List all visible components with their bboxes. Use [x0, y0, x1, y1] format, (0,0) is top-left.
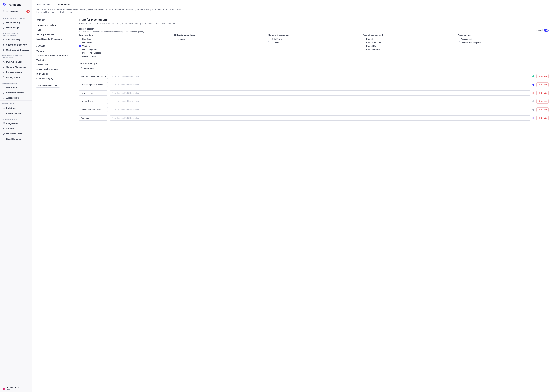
- visibility-checkbox-row[interactable]: Processing Purposes: [79, 51, 170, 55]
- org-info: Rideshare Co. Ben: [7, 386, 26, 391]
- trash-icon: [538, 84, 540, 86]
- sidebar-item-prompt-manager[interactable]: Prompt Manager: [0, 111, 32, 116]
- visibility-checkbox-label: Data Flows: [272, 38, 282, 40]
- integrations-icon: [2, 122, 5, 125]
- value-description-input[interactable]: [110, 91, 530, 96]
- value-description-input[interactable]: [110, 107, 530, 112]
- page-desc: These are the possible methods for trans…: [79, 22, 549, 25]
- custom-field-nav-item[interactable]: Privacy Policy Version: [36, 67, 73, 72]
- checkbox-icon: [458, 41, 460, 43]
- custom-field-value-row: Delete: [79, 107, 549, 112]
- sidebar-section-heading: DATA ASSET INTELLIGENCE: [0, 15, 32, 20]
- visibility-checkbox-row[interactable]: Vendors: [79, 44, 170, 48]
- value-description-input[interactable]: [110, 82, 530, 87]
- delete-value-button[interactable]: Delete: [537, 116, 549, 120]
- custom-field-nav-item[interactable]: Transfer Risk Assessment Status: [36, 53, 73, 58]
- visibility-checkbox-row[interactable]: Data Silos: [79, 37, 170, 41]
- checkbox-icon: [174, 38, 176, 40]
- svg-point-1: [3, 4, 5, 6]
- custom-field-nav-item[interactable]: Legal Basis for Processing: [36, 37, 73, 41]
- svg-point-19: [3, 128, 4, 129]
- custom-field-nav-item[interactable]: Transfer Mechanism: [36, 23, 73, 28]
- visibility-checkbox-row[interactable]: Prompt Run: [363, 44, 454, 48]
- sidebar-item-action-items[interactable]: Action Items 29: [0, 9, 32, 14]
- sidebar-item-assessments[interactable]: Assessments: [0, 95, 32, 100]
- svg-point-4: [4, 27, 4, 28]
- custom-field-nav-item[interactable]: TIA Status: [36, 58, 73, 63]
- custom-field-nav-item[interactable]: Custom Category: [36, 76, 73, 81]
- visibility-checkbox-label: Prompt Templates: [366, 41, 383, 44]
- sidebar-item-contract-scanning[interactable]: Contract Scanning: [0, 90, 32, 95]
- svg-rect-15: [3, 123, 3, 123]
- custom-field-nav-item[interactable]: Security Measures: [36, 32, 73, 37]
- value-color-dot[interactable]: [532, 117, 534, 119]
- visibility-checkbox-row[interactable]: Data Categories: [79, 48, 170, 51]
- delete-value-button[interactable]: Delete: [537, 74, 549, 79]
- value-description-input[interactable]: [110, 115, 530, 121]
- value-color-dot[interactable]: [532, 100, 534, 102]
- visibility-checkbox-row[interactable]: Data Flows: [268, 37, 359, 41]
- visibility-checkbox-row[interactable]: Assessment Templates: [458, 41, 549, 44]
- sidebar-item-preference-store[interactable]: Preference Store: [0, 70, 32, 75]
- delete-value-button[interactable]: Delete: [537, 91, 549, 95]
- delete-value-button[interactable]: Delete: [537, 107, 549, 112]
- default-heading: Default: [36, 19, 73, 21]
- visibility-checkbox-row[interactable]: Prompt Groups: [363, 48, 454, 51]
- value-color-dot[interactable]: [532, 109, 534, 111]
- visibility-checkbox-row[interactable]: Datapoints: [79, 41, 170, 44]
- visibility-checkbox-row[interactable]: Prompt: [363, 37, 454, 41]
- visibility-checkbox-label: Business Entities: [82, 55, 98, 57]
- add-custom-field-button[interactable]: Add New Custom Field: [36, 83, 60, 88]
- value-name-input[interactable]: [79, 91, 108, 96]
- sidebar-item-consent-management[interactable]: Consent Management: [0, 64, 32, 70]
- consent-management-icon: [2, 66, 5, 68]
- value-color-dot[interactable]: [532, 84, 534, 86]
- sidebar-item-label: Data Inventory: [6, 21, 30, 24]
- custom-field-nav-item[interactable]: Tags: [36, 28, 73, 32]
- value-color-dot[interactable]: [532, 92, 534, 94]
- custom-field-nav-item[interactable]: Vendors: [36, 49, 73, 53]
- sidebar-item-email-domains[interactable]: Email Domains: [0, 136, 32, 141]
- delete-value-button[interactable]: Delete: [537, 82, 549, 87]
- sidebar-item-integrations[interactable]: Integrations: [0, 121, 32, 126]
- svg-rect-17: [3, 124, 3, 124]
- sidebar-item-data-inventory[interactable]: Data Inventory: [0, 20, 32, 25]
- action-items-count-badge: 29: [26, 10, 30, 13]
- sidebar-item-label: Preference Store: [6, 71, 30, 73]
- sidebar-item-developer-tools[interactable]: Developer Tools: [0, 131, 32, 136]
- sidebar-item-label: Privacy Center: [6, 76, 30, 78]
- value-color-dot[interactable]: [532, 75, 534, 77]
- sidebar-item-silo-discovery[interactable]: Silo Discovery: [0, 37, 32, 42]
- value-name-input[interactable]: [79, 107, 108, 112]
- sidebar-item-dsr-automation[interactable]: DSR Automation: [0, 59, 32, 64]
- custom-field-nav-item[interactable]: DPIA Status: [36, 72, 73, 76]
- org-switcher[interactable]: Rideshare Co. Ben: [0, 385, 32, 392]
- sidebar-item-privacy-center[interactable]: Privacy Center: [0, 75, 32, 80]
- enabled-toggle[interactable]: [544, 29, 549, 32]
- value-description-input[interactable]: [110, 74, 530, 79]
- visibility-checkbox-row[interactable]: Cookies: [268, 41, 359, 44]
- value-name-input[interactable]: [79, 115, 108, 121]
- breadcrumb-parent[interactable]: Developer Tools: [36, 3, 50, 6]
- visibility-checkbox-row[interactable]: Assessment: [458, 37, 549, 41]
- value-name-input[interactable]: [79, 99, 108, 104]
- sidebar-item-structured-discovery[interactable]: Structured Discovery: [0, 42, 32, 47]
- sidebar-item-data-lineage[interactable]: Data Lineage: [0, 25, 32, 30]
- value-name-input[interactable]: [79, 74, 108, 79]
- value-name-input[interactable]: [79, 82, 108, 87]
- checkbox-icon: [79, 52, 81, 54]
- contract-scanning-icon: [2, 91, 5, 94]
- sidebar-item-sombra[interactable]: Sombra: [0, 126, 32, 131]
- sidebar-item-unstructured-discovery[interactable]: Unstructured Discovery: [0, 47, 32, 53]
- value-description-input[interactable]: [110, 99, 530, 104]
- visibility-checkbox-row[interactable]: Requests: [174, 37, 265, 41]
- custom-field-nav-item[interactable]: Search Lead: [36, 63, 73, 67]
- lock-icon: [80, 67, 82, 70]
- chevron-right-icon: [52, 3, 54, 6]
- visibility-checkbox-row[interactable]: Prompt Templates: [363, 41, 454, 44]
- sidebar-item-web-auditor[interactable]: Web Auditor: [0, 85, 32, 90]
- trash-icon: [538, 117, 540, 119]
- delete-value-button[interactable]: Delete: [537, 99, 549, 104]
- sidebar-item-pathfinder[interactable]: Pathfinder: [0, 105, 32, 111]
- visibility-checkbox-row[interactable]: Business Entities: [79, 55, 170, 58]
